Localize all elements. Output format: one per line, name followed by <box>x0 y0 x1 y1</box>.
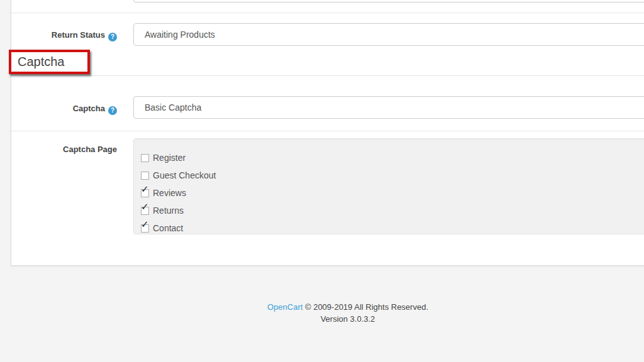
checkbox-label-contact[interactable]: Contact <box>153 224 183 233</box>
captcha-page-label-text: Captcha Page <box>63 145 117 154</box>
annotation-highlight-box: Captcha <box>9 50 90 74</box>
check-mark-icon: ✓ <box>141 185 149 194</box>
captcha-section-legend: Captcha <box>11 52 87 71</box>
captcha-select[interactable]: Basic Captcha <box>133 96 644 119</box>
return-status-label-text: Return Status <box>52 30 105 40</box>
checkbox-checked-icon-contact[interactable]: ✓ <box>141 224 149 233</box>
checkbox-checked-icon-reviews[interactable]: ✓ <box>141 189 149 197</box>
checkbox-unchecked-icon-register[interactable] <box>141 154 149 162</box>
divider <box>11 13 644 13</box>
captcha-page-label: Captcha Page <box>11 145 117 154</box>
return-status-select[interactable]: Awaiting Products <box>133 23 644 46</box>
checkbox-row-returns[interactable]: ✓Returns <box>141 202 644 219</box>
return-status-label: Return Status? <box>11 30 117 41</box>
version-text: Version 3.0.3.2 <box>11 315 644 324</box>
copyright-line: OpenCart © 2009-2019 All Rights Reserved… <box>11 303 644 312</box>
checkbox-row-reviews[interactable]: ✓Reviews <box>141 184 644 202</box>
captcha-label-text: Captcha <box>73 104 105 113</box>
page-footer: OpenCart © 2009-2019 All Rights Reserved… <box>11 303 644 324</box>
check-mark-icon: ✓ <box>141 220 149 229</box>
captcha-legend-underline <box>19 75 644 76</box>
checkbox-label-register[interactable]: Register <box>153 153 186 162</box>
captcha-page-options: RegisterGuest Checkout✓Reviews✓Returns✓C… <box>133 138 644 234</box>
checkbox-checked-icon-returns[interactable]: ✓ <box>141 207 149 215</box>
divider <box>11 131 644 131</box>
checkbox-label-reviews[interactable]: Reviews <box>153 189 186 197</box>
checkbox-label-returns[interactable]: Returns <box>153 206 184 215</box>
copyright-text: © 2009-2019 All Rights Reserved. <box>303 302 428 312</box>
checkbox-row-guest-checkout[interactable]: Guest Checkout <box>141 167 644 184</box>
checkbox-row-contact[interactable]: ✓Contact <box>141 219 644 237</box>
captcha-label: Captcha? <box>11 104 117 115</box>
checkbox-label-guest-checkout[interactable]: Guest Checkout <box>153 171 216 180</box>
return-status-value: Awaiting Products <box>145 30 215 40</box>
partial-select-above[interactable] <box>133 0 644 3</box>
help-icon[interactable]: ? <box>108 106 117 115</box>
captcha-value: Basic Captcha <box>145 102 201 112</box>
checkbox-unchecked-icon-guest-checkout[interactable] <box>141 172 149 180</box>
checkbox-row-register[interactable]: Register <box>141 149 644 167</box>
help-icon[interactable]: ? <box>108 33 117 41</box>
opencart-link[interactable]: OpenCart <box>267 302 303 312</box>
check-mark-icon: ✓ <box>141 202 149 212</box>
